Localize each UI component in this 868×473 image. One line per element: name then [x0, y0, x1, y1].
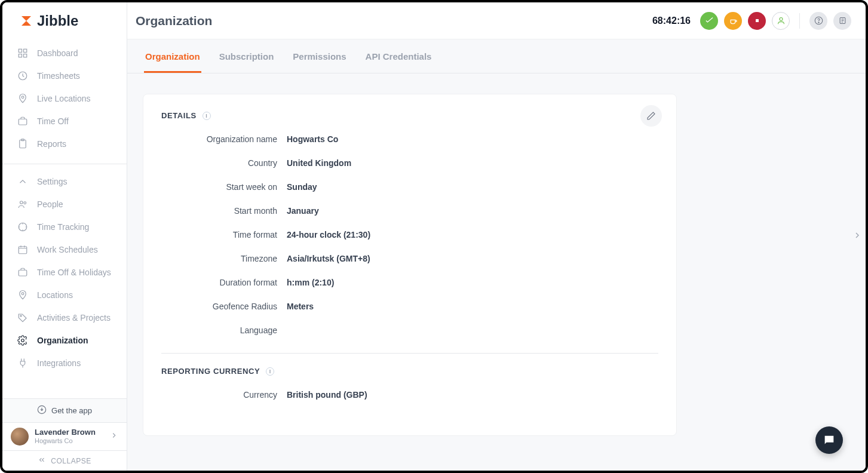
svg-rect-2 — [19, 54, 22, 57]
field-value: United Kingdom — [287, 158, 351, 168]
chat-fab[interactable] — [815, 426, 843, 454]
sidebar-item-organization[interactable]: Organization — [2, 329, 127, 352]
get-app-button[interactable]: Get the app — [2, 398, 127, 422]
tab-organization[interactable]: Organization — [144, 39, 201, 73]
svg-point-21 — [818, 22, 818, 23]
track-icon — [17, 221, 29, 233]
field-value: Sunday — [287, 182, 317, 192]
collapse-label: COLLAPSE — [51, 457, 91, 465]
grid-icon — [17, 47, 29, 59]
carousel-next-icon[interactable] — [852, 231, 862, 242]
sidebar: Jibble Dashboard Timesheets Live Locatio… — [2, 2, 127, 471]
logo[interactable]: Jibble — [2, 2, 127, 39]
field-duration-format: Duration format h:mm (2:10) — [161, 278, 658, 287]
svg-rect-18 — [756, 19, 759, 22]
clock-icon — [17, 70, 29, 82]
sidebar-item-dashboard[interactable]: Dashboard — [2, 42, 127, 64]
tab-api-credentials[interactable]: API Credentials — [364, 39, 433, 73]
topbar: Organization 68:42:16 — [127, 2, 866, 39]
sidebar-item-integrations[interactable]: Integrations — [2, 352, 127, 374]
svg-point-19 — [780, 18, 783, 21]
field-start-month: Start month January — [161, 206, 658, 216]
nav-divider — [2, 164, 127, 164]
help-button[interactable] — [809, 12, 827, 30]
pin-icon — [17, 289, 29, 301]
tab-permissions[interactable]: Permissions — [292, 39, 347, 73]
info-icon[interactable]: i — [203, 112, 211, 120]
section-title: REPORTING CURRENCY — [161, 367, 260, 376]
stop-button[interactable] — [748, 12, 766, 30]
sidebar-item-label: Dashboard — [37, 48, 78, 58]
tab-label: API Credentials — [366, 51, 432, 62]
edit-button[interactable] — [640, 105, 662, 127]
sidebar-item-label: People — [37, 199, 63, 209]
sidebar-item-people[interactable]: People — [2, 193, 127, 216]
field-label: Start week on — [161, 182, 287, 192]
field-value: January — [287, 206, 319, 216]
tabs: Organization Subscription Permissions AP… — [127, 39, 866, 73]
field-label: Geofence Radius — [161, 302, 287, 311]
user-menu[interactable]: Lavender Brown Hogwarts Co — [2, 422, 127, 450]
sidebar-item-reports[interactable]: Reports — [2, 133, 127, 155]
break-button[interactable] — [724, 12, 742, 30]
sidebar-item-time-off-holidays[interactable]: Time Off & Holidays — [2, 261, 127, 284]
svg-rect-12 — [19, 247, 27, 254]
section-title: DETAILS — [161, 111, 197, 120]
sidebar-item-settings[interactable]: Settings — [2, 170, 127, 193]
user-org: Hogwarts Co — [35, 437, 104, 445]
avatar — [11, 428, 29, 446]
org-details-card: DETAILS i Organization name Hogwarts Co … — [143, 94, 677, 436]
chat-icon — [823, 434, 836, 447]
content-area: Organization Subscription Permissions AP… — [127, 39, 866, 471]
sidebar-item-label: Live Locations — [37, 94, 91, 103]
user-name: Lavender Brown — [35, 428, 104, 437]
field-label: Time format — [161, 230, 287, 239]
sidebar-item-label: Settings — [37, 177, 68, 186]
download-icon — [37, 405, 47, 416]
svg-point-16 — [22, 339, 24, 342]
nav-primary: Dashboard Timesheets Live Locations Time… — [2, 39, 127, 158]
tab-label: Permissions — [293, 51, 346, 62]
divider — [799, 13, 800, 29]
info-icon[interactable]: i — [266, 367, 274, 376]
details-section-header: DETAILS i — [161, 111, 658, 120]
sidebar-item-activities-projects[interactable]: Activities & Projects — [2, 306, 127, 329]
sidebar-item-label: Time Off & Holidays — [37, 268, 111, 277]
svg-point-5 — [22, 96, 24, 99]
field-label: Language — [161, 325, 287, 335]
field-geofence-radius: Geofence Radius Meters — [161, 302, 658, 311]
tab-subscription[interactable]: Subscription — [218, 39, 275, 73]
main: Organization 68:42:16 Organization Subsc… — [127, 2, 866, 471]
svg-point-14 — [22, 293, 24, 295]
svg-rect-13 — [19, 270, 27, 276]
sidebar-item-live-locations[interactable]: Live Locations — [2, 87, 127, 110]
logo-icon — [19, 14, 33, 28]
profile-button[interactable] — [772, 12, 790, 30]
chevrons-left-icon — [38, 456, 46, 466]
section-divider — [161, 353, 658, 354]
field-organization-name: Organization name Hogwarts Co — [161, 134, 658, 144]
field-value: h:mm (2:10) — [287, 278, 334, 287]
sidebar-item-label: Reports — [37, 139, 66, 149]
sidebar-item-label: Organization — [37, 336, 88, 345]
field-start-week-on: Start week on Sunday — [161, 182, 658, 192]
field-time-format: Time format 24-hour clock (21:30) — [161, 230, 658, 239]
sidebar-item-work-schedules[interactable]: Work Schedules — [2, 238, 127, 261]
svg-rect-6 — [19, 119, 27, 125]
news-button[interactable] — [833, 12, 851, 30]
gear-icon — [17, 334, 29, 346]
sidebar-item-timesheets[interactable]: Timesheets — [2, 64, 127, 87]
activity-indicator-button[interactable] — [700, 12, 718, 30]
users-icon — [17, 198, 29, 210]
sidebar-item-label: Work Schedules — [37, 245, 98, 254]
svg-rect-1 — [24, 49, 27, 52]
field-value: Asia/Irkutsk (GMT+8) — [287, 254, 370, 263]
field-language: Language — [161, 325, 658, 335]
sidebar-item-locations[interactable]: Locations — [2, 284, 127, 306]
briefcase-icon — [17, 115, 29, 127]
sidebar-item-time-tracking[interactable]: Time Tracking — [2, 216, 127, 238]
chevron-up-icon — [17, 176, 29, 188]
sidebar-item-time-off[interactable]: Time Off — [2, 110, 127, 133]
collapse-button[interactable]: COLLAPSE — [2, 450, 127, 471]
field-value: Hogwarts Co — [287, 134, 338, 144]
